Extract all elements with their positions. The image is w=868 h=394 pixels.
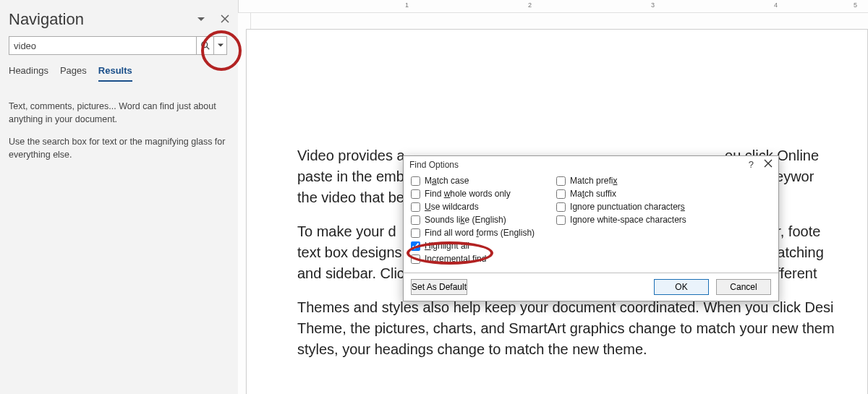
checkbox-label: Sounds like (English)	[425, 215, 506, 225]
find-right-option-2[interactable]: Ignore punctuation characters	[556, 202, 686, 212]
horizontal-ruler[interactable]: 1 2 3 4 5	[239, 0, 868, 13]
pane-options-dropdown-icon[interactable]	[197, 13, 205, 26]
search-input[interactable]	[9, 36, 197, 55]
ruler-mark: 3	[651, 1, 655, 9]
tab-headings[interactable]: Headings	[9, 65, 48, 82]
find-left-option-6[interactable]: Incremental find	[411, 254, 535, 264]
ruler-mark: 1	[405, 1, 409, 9]
checkbox-label: Use wildcards	[425, 202, 479, 212]
ruler-mark: 5	[854, 1, 857, 9]
checkbox-label: Match case	[425, 176, 469, 186]
dialog-body: Match caseFind whole words onlyUse wildc…	[404, 174, 778, 273]
tab-pages[interactable]: Pages	[60, 65, 87, 82]
find-left-option-1[interactable]: Find whole words only	[411, 189, 535, 199]
checkbox[interactable]	[556, 176, 566, 186]
search-button[interactable]	[197, 36, 214, 55]
find-left-option-0[interactable]: Match case	[411, 176, 535, 186]
checkbox[interactable]	[411, 254, 420, 264]
checkbox[interactable]	[411, 202, 420, 212]
hint-line-1: Text, comments, pictures... Word can fin…	[9, 100, 229, 126]
tab-results[interactable]: Results	[98, 65, 132, 82]
body-paragraph: To make your d text box designs and side…	[297, 221, 411, 284]
checkbox-label: Ignore white-space characters	[570, 215, 686, 225]
search-options-dropdown[interactable]	[214, 36, 227, 55]
close-icon[interactable]	[221, 13, 229, 26]
find-left-option-3[interactable]: Sounds like (English)	[411, 215, 535, 225]
find-options-dialog: Find Options ? Match caseFind whole word…	[403, 155, 779, 301]
checkbox-label: Find whole words only	[425, 189, 511, 199]
search-row	[9, 36, 229, 55]
checkbox-label: Highlight all	[425, 241, 469, 251]
checkbox[interactable]	[556, 202, 566, 212]
ruler-mark: 2	[528, 1, 532, 9]
checkbox[interactable]	[411, 215, 420, 225]
find-left-option-4[interactable]: Find all word forms (English)	[411, 228, 535, 238]
dialog-titlebar[interactable]: Find Options ?	[404, 156, 778, 174]
body-paragraph: Video provides a paste in the emb the vi…	[297, 145, 411, 208]
find-left-option-2[interactable]: Use wildcards	[411, 202, 535, 212]
navigation-hint: Text, comments, pictures... Word can fin…	[9, 100, 229, 161]
checkbox[interactable]	[556, 189, 566, 199]
cancel-button[interactable]: Cancel	[716, 279, 771, 295]
dialog-title: Find Options	[409, 160, 459, 170]
checkbox-label: Ignore punctuation characters	[570, 202, 685, 212]
set-default-button[interactable]: Set As Default	[411, 279, 467, 295]
find-right-option-0[interactable]: Match prefix	[556, 176, 686, 186]
checkbox-label: Match prefix	[570, 176, 617, 186]
ok-button[interactable]: OK	[654, 279, 709, 295]
navigation-header: Navigation	[9, 0, 229, 36]
close-icon[interactable]	[764, 159, 773, 170]
navigation-pane: Navigation Headings Pages Results	[0, 0, 239, 394]
find-right-option-3[interactable]: Ignore white-space characters	[556, 215, 686, 225]
checkbox-label: Find all word forms (English)	[425, 228, 535, 238]
navigation-tabs: Headings Pages Results	[9, 65, 229, 82]
help-icon[interactable]: ?	[749, 159, 754, 170]
checkbox-label: Incremental find	[425, 254, 486, 264]
checkbox-label: Match suffix	[570, 189, 616, 199]
svg-point-0	[201, 42, 207, 48]
checkbox[interactable]	[411, 176, 420, 186]
checkbox[interactable]	[556, 215, 566, 225]
find-left-option-5[interactable]: Highlight all	[411, 241, 535, 251]
hint-line-2: Use the search box for text or the magni…	[9, 136, 229, 161]
find-right-option-1[interactable]: Match suffix	[556, 189, 686, 199]
checkbox[interactable]	[411, 189, 420, 199]
ruler-mark: 4	[774, 1, 778, 9]
dialog-footer: Set As Default OK Cancel	[404, 273, 778, 301]
body-paragraph: Themes and styles also help keep your do…	[297, 297, 838, 360]
svg-line-1	[206, 47, 209, 50]
checkbox[interactable]	[411, 228, 420, 238]
checkbox[interactable]	[411, 241, 420, 251]
navigation-title: Navigation	[9, 10, 84, 29]
